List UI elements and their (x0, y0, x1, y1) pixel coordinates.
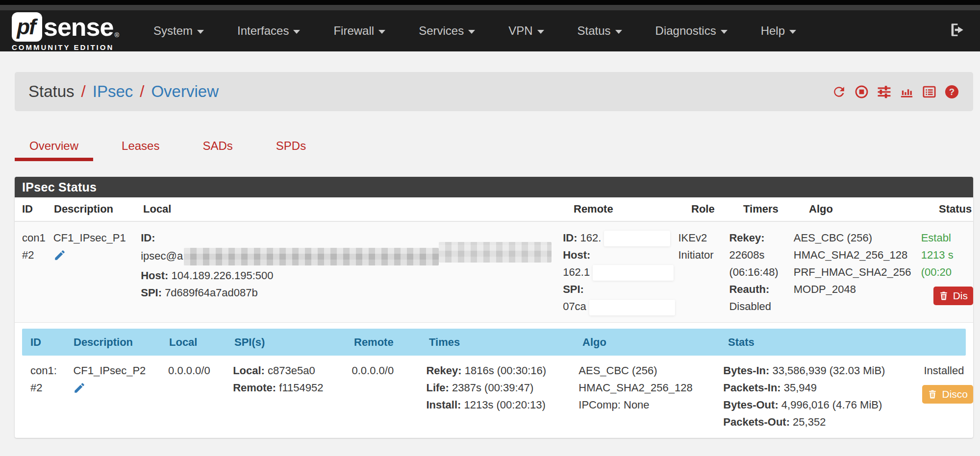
remote-spi-value: 07ca (563, 300, 586, 312)
local-id-label: ID: (141, 232, 155, 244)
logo-registered-mark: ® (114, 31, 119, 39)
disconnect-button[interactable]: Disco (922, 385, 973, 404)
tunnel-description: CF1_IPsec_P1 (53, 229, 141, 246)
bytes-in-value: 33,586,939 (32.03 MiB) (773, 364, 885, 377)
rekey-label: Rekey: (426, 364, 461, 377)
breadcrumb: Status / IPsec / Overview (28, 82, 219, 101)
rekey-time: (06:16:48) (729, 264, 793, 281)
nav-item-label: Status (578, 24, 611, 38)
nav-menu: System Interfaces Firewall Services VPN … (137, 24, 813, 38)
col-header-algo: Algo (809, 203, 939, 216)
nav-item-system[interactable]: System (137, 24, 221, 38)
algo-encryption: AES_CBC (256) (794, 229, 921, 246)
tab-leases[interactable]: Leases (107, 133, 174, 161)
breadcrumb-link-overview[interactable]: Overview (151, 82, 219, 101)
install-value: 1213s (00:20:13) (464, 399, 545, 411)
tab-spds[interactable]: SPDs (261, 133, 321, 161)
reauth-label: Reauth: (729, 281, 793, 298)
connection-id: con1 (22, 229, 53, 246)
col-header-algo: Algo (582, 336, 728, 349)
ipsec-status-panel: IPsec Status ID Description Local Remote… (15, 177, 973, 438)
col-header-spis: SPI(s) (234, 336, 354, 349)
edit-icon[interactable] (53, 249, 66, 262)
packets-in-value: 35,949 (784, 382, 817, 394)
life-value: 2387s (00:39:47) (452, 382, 533, 394)
cell-status: Installed Disco (921, 362, 973, 431)
nav-item-label: Firewall (333, 24, 374, 38)
breadcrumb-separator: / (81, 82, 86, 101)
algo-integrity: HMAC_SHA2_256_128 (794, 246, 921, 264)
disconnect-label: Dis (953, 290, 968, 302)
ike-table-row: con1 #2 CF1_IPsec_P1 ID: ipsec@a Host: 1… (15, 222, 973, 323)
logo-edition-text: COMMUNITY EDITION (12, 43, 119, 51)
chevron-down-icon (721, 30, 728, 34)
help-icon[interactable]: ? (944, 84, 959, 99)
log-list-icon[interactable] (922, 84, 937, 99)
nav-item-services[interactable]: Services (402, 24, 492, 38)
cell-algo: AES_CBC (256) HMAC_SHA2_256_128 IPComp: … (578, 362, 723, 431)
panel-title: IPsec Status (15, 177, 973, 197)
chevron-down-icon (293, 30, 300, 34)
packets-in-label: Packets-In: (723, 382, 780, 394)
tab-sads[interactable]: SADs (188, 133, 247, 161)
cell-local: ID: ipsec@a Host: 104.189.226.195:500 SP… (141, 229, 563, 316)
nav-item-vpn[interactable]: VPN (492, 24, 560, 38)
connection-instance: #2 (30, 379, 73, 396)
disconnect-label: Disco (942, 388, 968, 400)
packets-out-value: 25,352 (793, 416, 826, 428)
ike-table-header: ID Description Local Remote Role Timers … (15, 197, 973, 222)
nav-item-label: Interfaces (237, 24, 289, 38)
ipsec-tabs: Overview Leases SADs SPDs (15, 133, 973, 161)
ike-version: IKEv2 (678, 229, 729, 246)
col-header-remote: Remote (354, 336, 429, 349)
chevron-down-icon (197, 30, 204, 34)
col-header-description: Description (74, 336, 169, 349)
bytes-in-label: Bytes-In: (723, 364, 769, 377)
cell-timers: Rekey: 22608s (06:16:48) Reauth: Disable… (729, 229, 793, 316)
nav-item-interfaces[interactable]: Interfaces (221, 24, 317, 38)
col-header-timers: Timers (743, 203, 809, 216)
filter-sliders-icon[interactable] (877, 84, 892, 99)
rekey-label: Rekey: (729, 229, 793, 246)
connection-id: con1: (30, 362, 73, 379)
redacted-value (439, 242, 552, 263)
local-spi-label: SPI: (141, 287, 162, 299)
nav-item-help[interactable]: Help (744, 24, 813, 38)
nav-item-label: Services (419, 24, 464, 38)
remote-id-value: 162. (580, 232, 602, 244)
nav-item-label: VPN (508, 24, 532, 38)
main-navbar: pf sense ® COMMUNITY EDITION System Inte… (0, 10, 980, 51)
disconnect-button[interactable]: Dis (933, 287, 973, 305)
tab-overview[interactable]: Overview (15, 133, 93, 161)
cell-description: CF1_IPsec_P2 (73, 362, 168, 431)
logo-pf-text: pf (17, 15, 37, 39)
cell-algo: AES_CBC (256) HMAC_SHA2_256_128 PRF_HMAC… (794, 229, 921, 316)
stop-icon[interactable] (854, 84, 869, 99)
life-label: Life: (426, 382, 449, 394)
nav-item-status[interactable]: Status (561, 24, 639, 38)
nav-item-label: Diagnostics (655, 24, 716, 38)
nav-item-label: Help (761, 24, 785, 38)
cell-remote-subnet: 0.0.0.0/0 (352, 362, 426, 431)
logout-icon[interactable] (949, 22, 965, 40)
algo-prf: PRF_HMAC_SHA2_256 (794, 264, 921, 281)
nav-item-diagnostics[interactable]: Diagnostics (639, 24, 744, 38)
redacted-value (593, 265, 674, 281)
rekey-seconds: 22608s (729, 246, 793, 264)
col-header-stats: Stats (728, 336, 928, 349)
cell-remote: ID: 162. Host: 162.1 SPI: 07ca (563, 229, 678, 316)
col-header-times: Times (429, 336, 582, 349)
page-actions: ? (831, 84, 959, 99)
edit-icon[interactable] (73, 382, 86, 394)
pfsense-logo[interactable]: pf sense ® COMMUNITY EDITION (12, 12, 119, 51)
packets-out-label: Packets-Out: (723, 416, 790, 428)
breadcrumb-link-ipsec[interactable]: IPsec (93, 82, 133, 101)
cell-local-subnet: 0.0.0.0/0 (168, 362, 233, 431)
bar-chart-icon[interactable] (899, 84, 914, 99)
svg-text:?: ? (949, 86, 955, 96)
cell-id: con1 #2 (22, 229, 53, 316)
refresh-icon[interactable] (831, 84, 847, 99)
remote-id-label: ID: (563, 232, 577, 244)
status-established: Establ (921, 229, 973, 246)
nav-item-firewall[interactable]: Firewall (317, 24, 402, 38)
